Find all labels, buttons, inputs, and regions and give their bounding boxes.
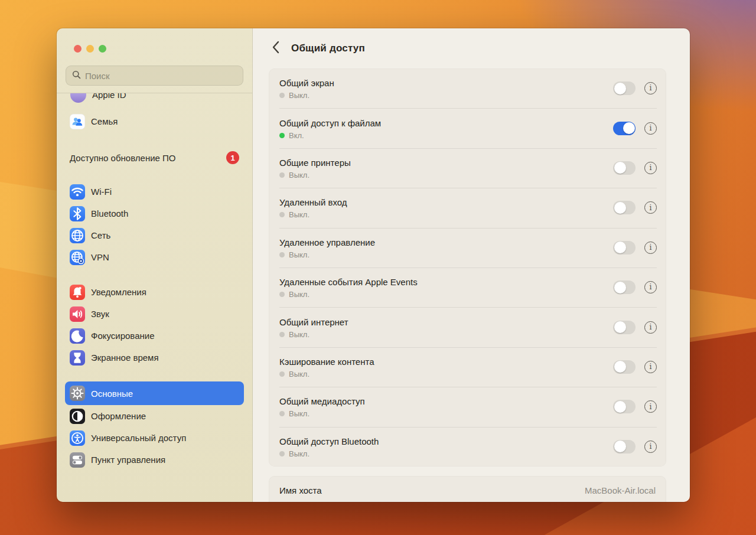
- toggle-knob: [614, 282, 626, 293]
- service-status: Выкл.: [279, 409, 613, 418]
- service-toggle-printer-sharing[interactable]: [613, 161, 636, 175]
- service-toggle-remote-apple-events[interactable]: [613, 280, 636, 294]
- search-placeholder: Поиск: [85, 71, 110, 81]
- service-toggle-remote-login[interactable]: [613, 201, 636, 214]
- service-row-remote-login: Удаленный входВыкл.i: [269, 188, 666, 227]
- service-toggle-content-caching[interactable]: [613, 360, 636, 374]
- info-icon[interactable]: i: [644, 321, 657, 334]
- status-dot-off: [279, 252, 285, 257]
- sidebar-item-accessibility[interactable]: Универсальный доступ: [65, 427, 244, 449]
- toggle-knob: [614, 361, 626, 373]
- service-text: Общие принтерыВыкл.: [279, 156, 613, 180]
- pane-header: Общий доступ: [253, 28, 690, 68]
- info-icon[interactable]: i: [644, 122, 657, 135]
- hostname-card: Имя хоста MacBook-Air.local: [269, 476, 666, 502]
- window-controls: [65, 28, 244, 66]
- info-icon[interactable]: i: [644, 162, 657, 174]
- sharing-services-list: Общий экранВыкл.iОбщий доступ к файламВк…: [269, 68, 666, 467]
- service-row-content-caching: Кэширование контентаВыкл.i: [269, 347, 666, 387]
- status-dot-off: [279, 292, 285, 297]
- service-status: Выкл.: [279, 370, 613, 379]
- sidebar-item-label: Универсальный доступ: [91, 433, 186, 443]
- info-icon[interactable]: i: [644, 242, 657, 254]
- apple-id-avatar: [70, 93, 86, 103]
- service-text: Общий интернетВыкл.: [279, 316, 613, 339]
- service-row-screen-sharing: Общий экранВыкл.i: [269, 68, 666, 108]
- toggle-knob: [614, 441, 626, 452]
- sidebar-item-family[interactable]: Семья: [65, 110, 244, 132]
- service-status: Выкл.: [279, 171, 613, 180]
- sidebar-item-control-center[interactable]: Пункт управления: [65, 449, 244, 471]
- sidebar-item-network[interactable]: Сеть: [65, 224, 244, 246]
- back-button[interactable]: [268, 40, 282, 57]
- info-icon[interactable]: i: [644, 201, 657, 214]
- chevron-left-icon: [272, 41, 279, 56]
- sidebar-item-label: Семья: [91, 116, 118, 126]
- search-input[interactable]: Поиск: [66, 66, 243, 86]
- service-status-text: Выкл.: [289, 330, 309, 339]
- sidebar-group: Wi-FiBluetoothСетьVPN: [65, 181, 244, 268]
- service-text: Общий доступ BluetoothВыкл.: [279, 435, 613, 458]
- service-text: Общий медиадоступВыкл.: [279, 395, 613, 418]
- zoom-window-button[interactable]: [99, 45, 106, 53]
- toggles-icon: [70, 452, 85, 468]
- service-label: Удаленный вход: [279, 197, 613, 207]
- update-label: Доступно обновление ПО: [70, 153, 176, 163]
- close-window-button[interactable]: [74, 45, 82, 53]
- sidebar-item-general[interactable]: Основные: [65, 381, 244, 405]
- service-text: Общий доступ к файламВкл.: [279, 117, 613, 140]
- service-status-text: Вкл.: [289, 131, 304, 140]
- info-icon[interactable]: i: [644, 281, 657, 293]
- info-icon[interactable]: i: [644, 82, 657, 94]
- sidebar-item-software-update[interactable]: Доступно обновление ПО 1: [65, 148, 244, 168]
- gear-icon: [70, 386, 85, 401]
- half-circle-icon: [70, 409, 85, 424]
- service-text: Удаленный входВыкл.: [279, 196, 613, 219]
- service-text: Кэширование контентаВыкл.: [279, 355, 613, 379]
- sidebar-item-notifications[interactable]: Уведомления: [65, 281, 244, 303]
- page-title: Общий доступ: [291, 43, 365, 54]
- service-status: Выкл.: [279, 250, 613, 259]
- sidebar-item-focus[interactable]: Фокусирование: [65, 325, 244, 347]
- service-toggle-bluetooth-sharing[interactable]: [613, 440, 636, 454]
- service-status: Выкл.: [279, 290, 613, 299]
- service-status: Выкл.: [279, 449, 613, 458]
- sidebar-item-label: Фокусирование: [91, 331, 155, 341]
- info-icon[interactable]: i: [644, 400, 657, 413]
- service-text: Удаленное управлениеВыкл.: [279, 236, 613, 259]
- sidebar-group: ОсновныеОформлениеУниверсальный доступПу…: [65, 381, 244, 471]
- service-toggle-file-sharing[interactable]: [613, 122, 636, 135]
- sidebar-item-apple-id[interactable]: Apple ID: [66, 93, 243, 107]
- minimize-window-button[interactable]: [86, 45, 94, 53]
- service-row-file-sharing: Общий доступ к файламВкл.i: [269, 108, 666, 148]
- service-label: Общий доступ к файлам: [279, 118, 613, 128]
- sidebar-item-vpn[interactable]: VPN: [65, 246, 244, 268]
- sidebar-item-label: Пункт управления: [91, 455, 165, 465]
- info-icon[interactable]: i: [644, 361, 657, 373]
- status-dot-on: [279, 133, 285, 138]
- sidebar-item-label: VPN: [91, 252, 109, 262]
- sidebar-item-bluetooth[interactable]: Bluetooth: [65, 203, 244, 224]
- sidebar-item-sound[interactable]: Звук: [65, 303, 244, 325]
- service-status-text: Выкл.: [289, 449, 309, 458]
- family-icon: [70, 114, 85, 129]
- service-status-text: Выкл.: [289, 409, 309, 418]
- sidebar-item-screen-time[interactable]: Экранное время: [65, 347, 244, 368]
- sidebar-item-wifi[interactable]: Wi-Fi: [65, 181, 244, 203]
- sidebar-item-appearance[interactable]: Оформление: [65, 405, 244, 427]
- service-status-text: Выкл.: [289, 250, 309, 259]
- moon-icon: [70, 328, 85, 344]
- info-icon[interactable]: i: [644, 441, 657, 453]
- service-label: Общий интернет: [279, 317, 613, 327]
- service-status-text: Выкл.: [289, 290, 309, 299]
- service-toggle-screen-sharing[interactable]: [613, 81, 636, 95]
- service-toggle-remote-management[interactable]: [613, 241, 636, 255]
- sidebar-item-label: Apple ID: [92, 93, 126, 100]
- service-status-text: Выкл.: [289, 91, 309, 100]
- sidebar-item-label: Сеть: [91, 230, 110, 240]
- service-toggle-internet-sharing[interactable]: [613, 321, 636, 334]
- service-label: Общие принтеры: [279, 158, 613, 168]
- service-status: Выкл.: [279, 330, 613, 339]
- service-toggle-media-sharing[interactable]: [613, 400, 636, 413]
- sidebar-item-label: Оформление: [91, 411, 146, 421]
